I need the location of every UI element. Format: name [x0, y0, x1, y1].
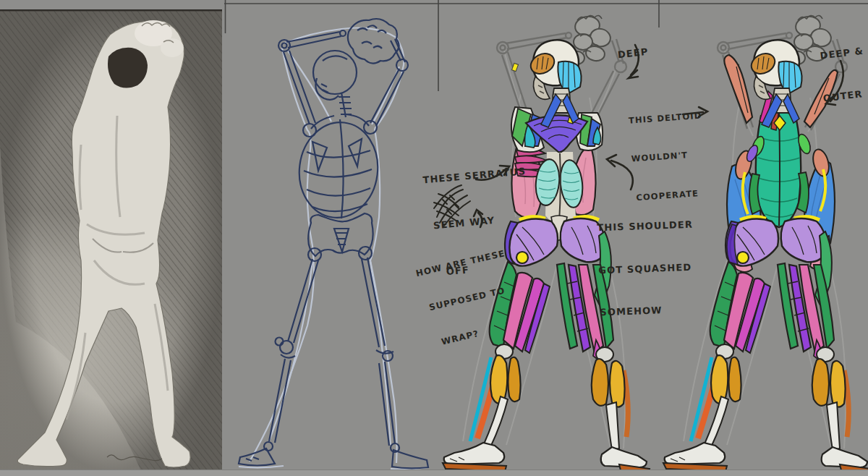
annotation-text: HOW ARE THESE [414, 247, 506, 280]
annotation-text: THIS SHOULDER [597, 218, 693, 235]
annotation-deep: DEEP [614, 18, 650, 75]
shoulder-arrow [607, 155, 633, 190]
annotation-text: SOMEHOW [600, 302, 696, 320]
annotation-text: WRAP? [441, 318, 523, 349]
annotation-text: DEEP [617, 45, 649, 61]
annotation-text: WOULDN'T [631, 148, 705, 166]
anatomy-study-canvas: DEEP DEEP & OUTER THIS DELTOID WOULDN'T … [0, 0, 868, 476]
annotation-text: GOT SQUASHED [598, 260, 694, 277]
annotation-text: THIS DELTOID [628, 109, 702, 127]
annotation-shoulder: THIS SHOULDER GOT SQUASHED SOMEHOW [596, 190, 697, 334]
annotation-text: THESE SERRATUS [422, 163, 527, 188]
reference-photo-panel [0, 9, 222, 476]
skeleton-sketch-panel [239, 19, 428, 469]
bottom-strip [0, 469, 868, 476]
annotation-text: OUTER [822, 86, 868, 106]
annotation-text: SUPPOSED TO [427, 283, 514, 314]
annotation-deep-outer: DEEP & OUTER [816, 16, 868, 119]
annotation-text: DEEP & [820, 44, 864, 64]
